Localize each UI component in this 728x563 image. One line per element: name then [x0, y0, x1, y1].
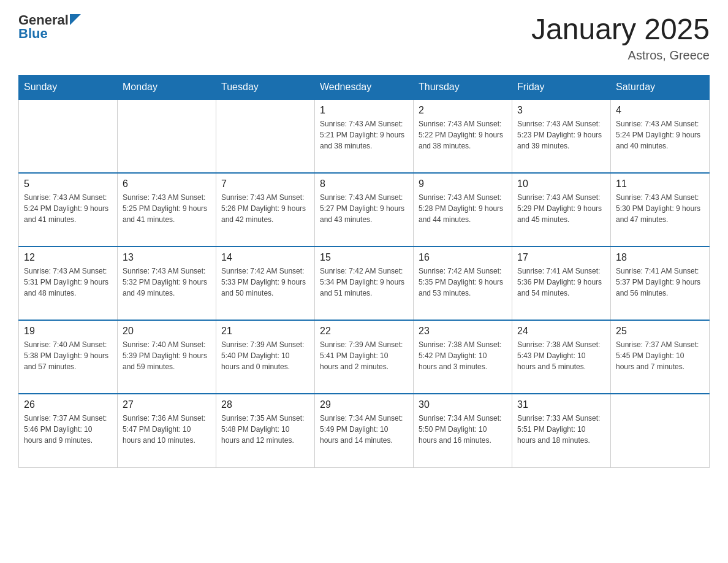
day-info: Sunrise: 7:43 AM Sunset: 5:22 PM Dayligh…: [419, 118, 507, 151]
calendar-day-cell: 25Sunrise: 7:37 AM Sunset: 5:45 PM Dayli…: [611, 320, 710, 394]
day-info: Sunrise: 7:43 AM Sunset: 5:23 PM Dayligh…: [517, 118, 605, 151]
day-number: 17: [517, 252, 605, 263]
day-number: 14: [221, 252, 309, 263]
calendar-day-cell: 14Sunrise: 7:42 AM Sunset: 5:33 PM Dayli…: [216, 247, 315, 320]
day-number: 15: [320, 252, 408, 263]
calendar-week-row: 5Sunrise: 7:43 AM Sunset: 5:24 PM Daylig…: [19, 173, 710, 247]
day-info: Sunrise: 7:34 AM Sunset: 5:49 PM Dayligh…: [320, 413, 408, 446]
day-info: Sunrise: 7:40 AM Sunset: 5:38 PM Dayligh…: [24, 339, 112, 372]
calendar-day-cell: 7Sunrise: 7:43 AM Sunset: 5:26 PM Daylig…: [216, 173, 315, 247]
day-number: 10: [517, 178, 605, 190]
svg-marker-0: [70, 14, 81, 25]
calendar-header-row: SundayMondayTuesdayWednesdayThursdayFrid…: [19, 75, 710, 100]
day-info: Sunrise: 7:37 AM Sunset: 5:45 PM Dayligh…: [616, 339, 704, 372]
day-info: Sunrise: 7:42 AM Sunset: 5:35 PM Dayligh…: [419, 266, 507, 299]
calendar-day-cell: 3Sunrise: 7:43 AM Sunset: 5:23 PM Daylig…: [512, 99, 611, 173]
calendar-day-cell: [118, 99, 216, 173]
day-info: Sunrise: 7:42 AM Sunset: 5:34 PM Dayligh…: [320, 266, 408, 299]
day-info: Sunrise: 7:39 AM Sunset: 5:41 PM Dayligh…: [320, 339, 408, 372]
day-info: Sunrise: 7:40 AM Sunset: 5:39 PM Dayligh…: [123, 339, 211, 372]
calendar-day-cell: 4Sunrise: 7:43 AM Sunset: 5:24 PM Daylig…: [611, 99, 710, 173]
calendar-day-header: Wednesday: [315, 75, 414, 100]
day-number: 18: [616, 252, 704, 263]
day-info: Sunrise: 7:37 AM Sunset: 5:46 PM Dayligh…: [24, 413, 112, 446]
day-number: 12: [24, 252, 112, 263]
calendar-day-cell: 23Sunrise: 7:38 AM Sunset: 5:42 PM Dayli…: [414, 320, 512, 394]
day-number: 26: [24, 399, 112, 410]
day-number: 1: [320, 105, 408, 116]
day-info: Sunrise: 7:39 AM Sunset: 5:40 PM Dayligh…: [221, 339, 309, 372]
calendar-day-cell: 22Sunrise: 7:39 AM Sunset: 5:41 PM Dayli…: [315, 320, 414, 394]
day-number: 13: [123, 252, 211, 263]
day-number: 9: [419, 178, 507, 190]
day-number: 3: [517, 105, 605, 116]
calendar-day-cell: 11Sunrise: 7:43 AM Sunset: 5:30 PM Dayli…: [611, 173, 710, 247]
day-number: 30: [419, 399, 507, 410]
logo: General Blue: [18, 12, 81, 42]
calendar-day-cell: 30Sunrise: 7:34 AM Sunset: 5:50 PM Dayli…: [414, 394, 512, 467]
calendar-day-cell: 12Sunrise: 7:43 AM Sunset: 5:31 PM Dayli…: [19, 247, 118, 320]
calendar-day-cell: 5Sunrise: 7:43 AM Sunset: 5:24 PM Daylig…: [19, 173, 118, 247]
day-number: 24: [517, 326, 605, 337]
day-number: 28: [221, 399, 309, 410]
calendar-day-cell: 31Sunrise: 7:33 AM Sunset: 5:51 PM Dayli…: [512, 394, 611, 467]
calendar-day-header: Saturday: [611, 75, 710, 100]
calendar-day-cell: 2Sunrise: 7:43 AM Sunset: 5:22 PM Daylig…: [414, 99, 512, 173]
day-info: Sunrise: 7:36 AM Sunset: 5:47 PM Dayligh…: [123, 413, 211, 446]
page-header: General Blue January 2025 Astros, Greece: [18, 12, 710, 63]
day-number: 22: [320, 326, 408, 337]
day-number: 16: [419, 252, 507, 263]
day-info: Sunrise: 7:43 AM Sunset: 5:29 PM Dayligh…: [517, 192, 605, 225]
calendar-week-row: 19Sunrise: 7:40 AM Sunset: 5:38 PM Dayli…: [19, 320, 710, 394]
day-number: 21: [221, 326, 309, 337]
calendar-day-header: Friday: [512, 75, 611, 100]
calendar-day-cell: [611, 394, 710, 467]
day-info: Sunrise: 7:43 AM Sunset: 5:21 PM Dayligh…: [320, 118, 408, 151]
day-number: 7: [221, 178, 309, 190]
day-number: 6: [123, 178, 211, 190]
calendar-week-row: 26Sunrise: 7:37 AM Sunset: 5:46 PM Dayli…: [19, 394, 710, 467]
day-info: Sunrise: 7:43 AM Sunset: 5:27 PM Dayligh…: [320, 192, 408, 225]
calendar-day-header: Thursday: [414, 75, 512, 100]
calendar-day-cell: [216, 99, 315, 173]
day-info: Sunrise: 7:33 AM Sunset: 5:51 PM Dayligh…: [517, 413, 605, 446]
calendar-day-header: Tuesday: [216, 75, 315, 100]
day-number: 20: [123, 326, 211, 337]
day-number: 8: [320, 178, 408, 190]
day-number: 4: [616, 105, 704, 116]
day-info: Sunrise: 7:41 AM Sunset: 5:37 PM Dayligh…: [616, 266, 704, 299]
day-info: Sunrise: 7:43 AM Sunset: 5:30 PM Dayligh…: [616, 192, 704, 225]
calendar-subtitle: Astros, Greece: [531, 48, 710, 63]
calendar-week-row: 1Sunrise: 7:43 AM Sunset: 5:21 PM Daylig…: [19, 99, 710, 173]
calendar-day-cell: [19, 99, 118, 173]
day-info: Sunrise: 7:43 AM Sunset: 5:31 PM Dayligh…: [24, 266, 112, 299]
day-number: 23: [419, 326, 507, 337]
calendar-week-row: 12Sunrise: 7:43 AM Sunset: 5:31 PM Dayli…: [19, 247, 710, 320]
calendar-day-cell: 29Sunrise: 7:34 AM Sunset: 5:49 PM Dayli…: [315, 394, 414, 467]
calendar-title: January 2025: [531, 12, 710, 46]
title-block: January 2025 Astros, Greece: [531, 12, 710, 63]
day-info: Sunrise: 7:43 AM Sunset: 5:26 PM Dayligh…: [221, 192, 309, 225]
day-number: 31: [517, 399, 605, 410]
day-info: Sunrise: 7:43 AM Sunset: 5:24 PM Dayligh…: [24, 192, 112, 225]
calendar-day-cell: 15Sunrise: 7:42 AM Sunset: 5:34 PM Dayli…: [315, 247, 414, 320]
day-info: Sunrise: 7:38 AM Sunset: 5:43 PM Dayligh…: [517, 339, 605, 372]
day-number: 25: [616, 326, 704, 337]
calendar-day-cell: 9Sunrise: 7:43 AM Sunset: 5:28 PM Daylig…: [414, 173, 512, 247]
day-info: Sunrise: 7:42 AM Sunset: 5:33 PM Dayligh…: [221, 266, 309, 299]
day-number: 5: [24, 178, 112, 190]
calendar-day-cell: 13Sunrise: 7:43 AM Sunset: 5:32 PM Dayli…: [118, 247, 216, 320]
logo-triangle-icon: [70, 14, 81, 25]
calendar-day-cell: 19Sunrise: 7:40 AM Sunset: 5:38 PM Dayli…: [19, 320, 118, 394]
calendar-day-cell: 20Sunrise: 7:40 AM Sunset: 5:39 PM Dayli…: [118, 320, 216, 394]
calendar-table: SundayMondayTuesdayWednesdayThursdayFrid…: [18, 75, 710, 468]
day-number: 11: [616, 178, 704, 190]
day-info: Sunrise: 7:43 AM Sunset: 5:24 PM Dayligh…: [616, 118, 704, 151]
calendar-day-cell: 1Sunrise: 7:43 AM Sunset: 5:21 PM Daylig…: [315, 99, 414, 173]
calendar-day-header: Monday: [118, 75, 216, 100]
day-info: Sunrise: 7:43 AM Sunset: 5:28 PM Dayligh…: [419, 192, 507, 225]
day-number: 19: [24, 326, 112, 337]
day-info: Sunrise: 7:41 AM Sunset: 5:36 PM Dayligh…: [517, 266, 605, 299]
calendar-day-cell: 16Sunrise: 7:42 AM Sunset: 5:35 PM Dayli…: [414, 247, 512, 320]
calendar-day-cell: 21Sunrise: 7:39 AM Sunset: 5:40 PM Dayli…: [216, 320, 315, 394]
